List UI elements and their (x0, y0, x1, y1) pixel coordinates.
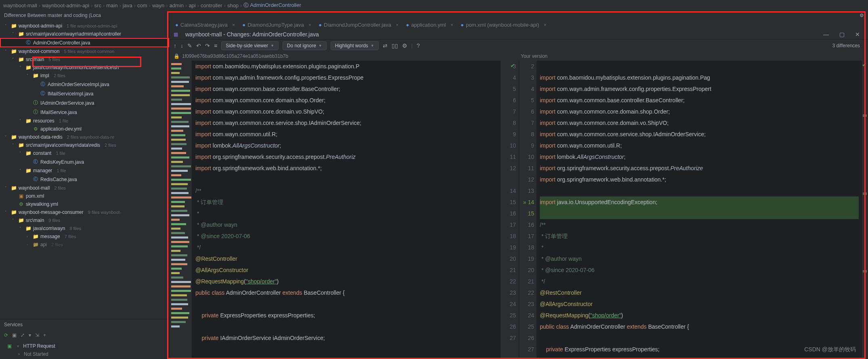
gear-icon[interactable]: ⚙ (860, 13, 864, 18)
tree-node[interactable]: ⚙ application-dev.yml (0, 125, 169, 133)
services-tree[interactable]: ▣ vHTTP Request >Not Started (0, 340, 169, 359)
undo-icon[interactable]: ↶ (196, 42, 201, 49)
tree-node[interactable]: ˅ 📁 impl 2 files (0, 72, 169, 80)
yml-icon: ⚙ (33, 126, 38, 132)
next-diff-icon[interactable]: ↓ (180, 42, 183, 49)
lock-icon: 🔒 (174, 53, 180, 59)
right-code[interactable]: import com.baomidou.mybatisplus.extensio… (537, 61, 862, 359)
tree-node[interactable]: › 📁 message 7 files (0, 232, 169, 241)
collapse-unchanged-icon[interactable]: ⇄ (383, 42, 388, 49)
javai-icon: Ⓘ (33, 109, 38, 116)
tree-node[interactable]: ˅ 📁 waynboot-common 5 files waynboot-com… (0, 47, 169, 55)
diff-window-title: waynboot-mall - Changes: AdminOrderContr… (185, 31, 319, 38)
commit-hash: 1f099e676ba93d86c105a274e1a051eaebb31b7b (182, 53, 288, 59)
tree-node[interactable]: Ⓒ IMailServiceImpl.java (0, 89, 169, 98)
tree-node[interactable]: Ⓔ RedisKeyEnum.java (0, 157, 169, 167)
expand-icon[interactable]: ⤢ (21, 332, 25, 338)
breadcrumb-item[interactable]: wayn (152, 2, 164, 8)
tree-node[interactable]: ▣ pom.xml (0, 192, 169, 200)
tree-node[interactable]: Ⓒ AdminOrderServiceImpl.java (0, 80, 169, 89)
tree-node[interactable]: ˅ 📁 resources 1 file (0, 117, 169, 125)
breadcrumb-item[interactable]: Ⓒ AdminOrderController (243, 2, 301, 9)
services-panel: Services ⟳ ▣ ⤢ ▾ ⇲ + ▣ vHTTP Request >No… (0, 319, 169, 359)
restart-icon[interactable]: ⟳ (4, 332, 8, 338)
breadcrumb-item[interactable]: main (106, 2, 117, 8)
edit-icon[interactable]: ✎ (187, 42, 192, 49)
tree-node[interactable]: ˅ 📁 waynboot-message-consumer 9 files wa… (0, 208, 169, 216)
editor-tab[interactable]: ●DiamondJumpType.java (242, 22, 311, 28)
svc-http[interactable]: HTTP Request (23, 343, 55, 349)
prev-diff-icon[interactable]: ↑ (174, 42, 176, 49)
breadcrumb-item[interactable]: src (94, 2, 101, 8)
highlight-dropdown[interactable]: Highlight words▼ (331, 41, 379, 50)
tree-meta: 7 files (65, 234, 76, 239)
editor-tab[interactable]: ●DiamondJumpController.java (319, 22, 398, 28)
minimize-icon[interactable]: — (823, 31, 829, 38)
editor-tab[interactable]: ●CatenaStrategy.java (175, 22, 235, 28)
left-code[interactable]: import com.baomidou.mybatisplus.extensio… (192, 61, 501, 359)
breadcrumb-item[interactable]: waynboot-mall (3, 2, 37, 8)
xml-icon: ▣ (18, 193, 24, 199)
tree-node[interactable]: Ⓒ RedisCache.java (0, 175, 169, 184)
tree-node[interactable]: ˅ 📁 constant 1 file (0, 149, 169, 157)
tree-node[interactable]: ⚙ skywalking.yml (0, 200, 169, 208)
breadcrumb-item[interactable]: admin (170, 2, 184, 8)
collapse-icon[interactable]: ⇲ (35, 332, 39, 338)
tree-node[interactable]: › 📁 api 2 files (0, 241, 169, 249)
breadcrumb-item[interactable]: com (137, 2, 147, 8)
redo-icon[interactable]: ↷ (205, 42, 210, 49)
editor-tab[interactable]: ●pom.xml (waynboot-mobile-api) (461, 22, 547, 28)
tree-node[interactable]: ˅ 📁 java\com\wayn 8 files (0, 224, 169, 232)
tree-label: IMailService.java (40, 110, 77, 115)
tree-node[interactable]: ˅ 📁 manager 1 file (0, 167, 169, 175)
tree-node[interactable]: ˅ 📁 src\main 9 files (0, 216, 169, 224)
tree-node[interactable]: ˅ 📁 waynboot-data-redis 2 files waynboot… (0, 133, 169, 141)
menu-icon[interactable]: ≡ (214, 42, 217, 49)
stop-icon[interactable]: ▣ (12, 332, 17, 338)
tree-node[interactable]: ˅ 📁 src\main 5 files (0, 55, 169, 63)
folder-icon: 📁 (11, 49, 17, 54)
tree-node[interactable]: ˅ 📁 src\main\java\com\wayn\admin\api\con… (0, 30, 169, 38)
tree-label: src\main (26, 57, 44, 62)
tree-node[interactable]: ˅ 📁 src\main\java\com\wayn\data\redis 2 … (0, 141, 169, 149)
breadcrumb-item[interactable]: java (123, 2, 132, 8)
tree-label: skywalking.yml (26, 201, 58, 207)
changes-tree[interactable]: ˅ 📁 waynboot-admin-api 1 file waynboot-a… (0, 20, 169, 319)
diff-toolbar: ↑ ↓ ✎ ↶ ↷ ≡ Side-by-side viewer▼ Do not … (170, 40, 868, 52)
tree-node[interactable]: Ⓘ IMailService.java (0, 108, 169, 117)
tree-node[interactable]: ˅ 📁 waynboot-admin-api 1 file waynboot-a… (0, 22, 169, 30)
services-header: Services (0, 319, 169, 330)
tree-label: RedisKeyEnum.java (40, 159, 84, 165)
folder-icon: 📁 (11, 185, 17, 191)
add-icon[interactable]: + (43, 332, 46, 338)
tree-node[interactable]: ˅ 📁 java\com\wayn\common\core\service\sh (0, 63, 169, 72)
ignore-dropdown[interactable]: Do not ignore▼ (283, 41, 327, 50)
breadcrumb-item[interactable]: shop (227, 2, 239, 8)
tree-node[interactable]: Ⓒ AdminOrderController.java (0, 38, 169, 47)
settings-icon[interactable]: ⚙ (402, 42, 407, 49)
close-icon[interactable]: ✕ (855, 31, 860, 38)
filter-icon[interactable]: ▾ (29, 332, 31, 338)
tree-label: AdminOrderController.java (33, 40, 90, 46)
watermark: CSDN @放羊的牧码 (804, 346, 856, 353)
javac-icon: Ⓒ (40, 90, 46, 97)
tree-label: src\main\java\com\wayn\admin\api\control… (26, 31, 121, 37)
editor-tab[interactable]: ●application.yml (406, 22, 453, 28)
breadcrumb-item[interactable]: api (189, 2, 195, 8)
help-icon[interactable]: ? (417, 42, 420, 49)
viewer-mode-dropdown[interactable]: Side-by-side viewer▼ (221, 41, 279, 50)
tree-label: waynboot-data-redis (19, 134, 63, 140)
tree-node[interactable]: Ⓘ IAdminOrderService.java (0, 98, 169, 108)
sync-scroll-icon[interactable]: ▯▯ (392, 42, 398, 49)
change-strip[interactable]: ✔ (862, 61, 868, 359)
minimap-left[interactable] (170, 61, 192, 359)
tree-label: AdminOrderServiceImpl.java (48, 82, 109, 87)
maximize-icon[interactable]: ▢ (839, 31, 845, 38)
editor-tabs[interactable]: ●CatenaStrategy.java●DiamondJumpType.jav… (170, 20, 868, 30)
tree-node[interactable]: ˅ 📁 waynboot-mall 2 files (0, 184, 169, 192)
svc-notstarted[interactable]: Not Started (24, 351, 48, 357)
breadcrumb-item[interactable]: waynboot-admin-api (42, 2, 89, 8)
breadcrumb-item[interactable]: controller (201, 2, 222, 8)
folder-icon: 📁 (18, 218, 24, 223)
folder-icon: 📁 (18, 57, 24, 62)
